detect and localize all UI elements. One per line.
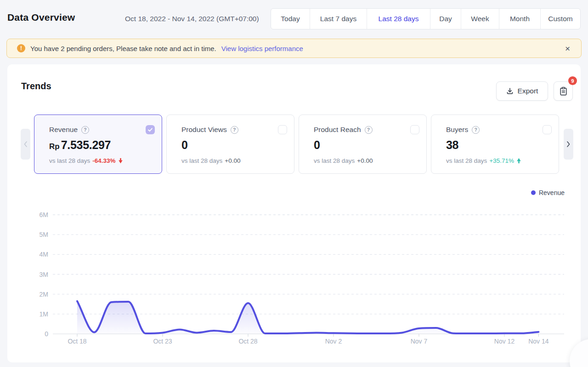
alert-banner: ! You have 2 pending orders, Please take…	[6, 39, 582, 58]
change-value: +0.00	[225, 157, 240, 164]
carousel-right-button[interactable]	[564, 129, 573, 160]
change-value: -64.33%	[92, 157, 115, 164]
metric-card-revenue[interactable]: Revenue ? Rp 7.535.297 vs last 28 days -…	[34, 115, 162, 174]
tab-today[interactable]: Today	[271, 9, 310, 29]
help-icon[interactable]: ?	[472, 126, 480, 134]
export-label: Export	[518, 87, 538, 95]
svg-text:Oct 23: Oct 23	[153, 338, 172, 345]
legend-label: Revenue	[539, 189, 565, 196]
metric-checkbox[interactable]	[146, 125, 155, 134]
metric-compare: vs last 28 days -64.33%	[49, 157, 123, 164]
svg-text:Nov 14: Nov 14	[528, 338, 549, 345]
chevron-left-icon	[23, 141, 28, 148]
tab-last-7-days[interactable]: Last 7 days	[310, 9, 367, 29]
metric-value: Rp 7.535.297	[49, 138, 111, 152]
tab-day[interactable]: Day	[430, 9, 461, 29]
tab-month[interactable]: Month	[499, 9, 540, 29]
svg-text:4M: 4M	[40, 251, 48, 258]
download-icon	[506, 87, 514, 95]
svg-text:3M: 3M	[40, 271, 48, 278]
trends-section-title: Trends	[21, 81, 51, 92]
up-arrow-icon	[516, 158, 521, 164]
metric-compare: vs last 28 days +0.00	[181, 157, 240, 164]
date-range-label: Oct 18, 2022 - Nov 14, 2022 (GMT+07:00)	[125, 15, 259, 23]
carousel-left-button[interactable]	[21, 129, 30, 160]
legend-dot	[531, 190, 536, 195]
chevron-right-icon	[566, 141, 571, 148]
metric-value: 0	[314, 138, 320, 152]
notification-badge: 9	[568, 76, 577, 85]
change-value: +0.00	[357, 157, 373, 164]
metric-checkbox[interactable]	[410, 125, 419, 134]
metric-title: Product Reach	[314, 126, 361, 134]
metric-title: Product Views	[181, 126, 227, 134]
svg-text:Oct 18: Oct 18	[68, 338, 86, 345]
svg-text:5M: 5M	[40, 231, 48, 238]
warning-icon: !	[17, 44, 25, 52]
change-value: +35.71%	[489, 157, 514, 164]
svg-text:6M: 6M	[40, 211, 48, 218]
trends-panel: Trends Export 9 Revenue ?	[7, 64, 581, 362]
clipboard-icon	[559, 86, 568, 96]
metric-value: 38	[446, 138, 458, 152]
tab-last-28-days[interactable]: Last 28 days	[367, 9, 430, 29]
logistics-performance-link[interactable]: View logistics performance	[221, 45, 303, 52]
help-icon[interactable]: ?	[365, 126, 373, 134]
svg-text:2M: 2M	[40, 291, 48, 298]
metric-card-product-views[interactable]: Product Views ? 0 vs last 28 days +0.00	[166, 115, 294, 174]
help-icon[interactable]: ?	[81, 126, 89, 134]
close-icon[interactable]: ×	[562, 43, 573, 54]
metric-value: 0	[181, 138, 188, 152]
tab-custom[interactable]: Custom	[540, 9, 580, 29]
revenue-trend-chart[interactable]: 1M2M3M4M5M6M0Oct 18Oct 23Oct 28Nov 2Nov …	[7, 198, 581, 354]
banner-message: You have 2 pending orders, Please take n…	[30, 45, 216, 52]
metric-checkbox[interactable]	[278, 125, 287, 134]
metric-compare: vs last 28 days +0.00	[314, 157, 373, 164]
help-icon[interactable]: ?	[231, 126, 238, 134]
currency-prefix: Rp	[49, 142, 60, 151]
svg-text:1M: 1M	[40, 310, 48, 318]
date-filter-tab-group: Today Last 7 days Last 28 days Day Week …	[271, 8, 581, 29]
page-title: Data Overview	[7, 12, 75, 23]
svg-text:Nov 2: Nov 2	[325, 338, 342, 345]
metric-card-buyers[interactable]: Buyers ? 38 vs last 28 days +35.71%	[431, 115, 559, 174]
down-arrow-icon	[118, 158, 123, 164]
chart-legend: Revenue	[531, 189, 565, 196]
svg-text:Nov 7: Nov 7	[411, 338, 428, 345]
metric-compare: vs last 28 days +35.71%	[446, 157, 521, 164]
metric-card-product-reach[interactable]: Product Reach ? 0 vs last 28 days +0.00	[299, 115, 427, 174]
check-icon	[147, 126, 153, 133]
metric-checkbox[interactable]	[543, 125, 552, 134]
export-button[interactable]: Export	[496, 81, 548, 101]
svg-text:0: 0	[45, 330, 48, 338]
metric-title: Buyers	[446, 126, 468, 134]
svg-text:Oct 28: Oct 28	[238, 338, 257, 345]
svg-text:Nov 12: Nov 12	[494, 338, 515, 345]
tab-week[interactable]: Week	[461, 9, 499, 29]
metric-title: Revenue	[49, 126, 78, 134]
